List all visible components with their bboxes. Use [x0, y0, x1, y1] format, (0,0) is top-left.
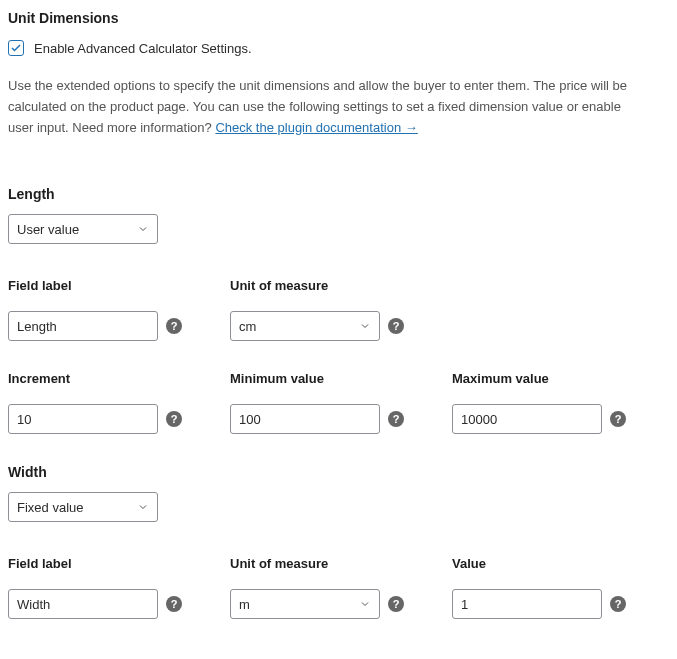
- help-icon[interactable]: ?: [610, 596, 626, 612]
- width-fieldlabel-label: Field label: [8, 556, 208, 571]
- width-unit-select[interactable]: m: [230, 589, 380, 619]
- help-icon[interactable]: ?: [166, 411, 182, 427]
- help-icon[interactable]: ?: [388, 596, 404, 612]
- section-title: Unit Dimensions: [8, 10, 669, 26]
- width-unit-value: m: [239, 597, 250, 612]
- length-max-label: Maximum value: [452, 371, 652, 386]
- width-value-input[interactable]: [452, 589, 602, 619]
- length-group: Length User value Field label ? Unit of …: [8, 186, 669, 434]
- help-icon[interactable]: ?: [388, 411, 404, 427]
- check-icon: [10, 42, 22, 54]
- width-group: Width Fixed value Field label ? Unit of …: [8, 464, 669, 619]
- chevron-down-icon: [137, 223, 149, 235]
- help-icon[interactable]: ?: [166, 596, 182, 612]
- width-title: Width: [8, 464, 669, 480]
- length-max-input[interactable]: [452, 404, 602, 434]
- doc-link[interactable]: Check the plugin documentation →: [215, 120, 417, 135]
- chevron-down-icon: [137, 501, 149, 513]
- chevron-down-icon: [359, 320, 371, 332]
- description-text: Use the extended options to specify the …: [8, 76, 648, 138]
- width-value-label: Value: [452, 556, 652, 571]
- length-type-select[interactable]: User value: [8, 214, 158, 244]
- enable-advanced-label: Enable Advanced Calculator Settings.: [34, 41, 252, 56]
- length-unit-value: cm: [239, 319, 256, 334]
- length-min-label: Minimum value: [230, 371, 430, 386]
- help-icon[interactable]: ?: [166, 318, 182, 334]
- enable-advanced-checkbox[interactable]: [8, 40, 24, 56]
- width-unit-label: Unit of measure: [230, 556, 430, 571]
- length-unit-label: Unit of measure: [230, 278, 430, 293]
- length-fieldlabel-label: Field label: [8, 278, 208, 293]
- chevron-down-icon: [359, 598, 371, 610]
- length-title: Length: [8, 186, 669, 202]
- help-icon[interactable]: ?: [610, 411, 626, 427]
- length-type-value: User value: [17, 222, 79, 237]
- length-increment-label: Increment: [8, 371, 208, 386]
- length-min-input[interactable]: [230, 404, 380, 434]
- width-type-select[interactable]: Fixed value: [8, 492, 158, 522]
- length-fieldlabel-input[interactable]: [8, 311, 158, 341]
- length-unit-select[interactable]: cm: [230, 311, 380, 341]
- width-type-value: Fixed value: [17, 500, 83, 515]
- width-fieldlabel-input[interactable]: [8, 589, 158, 619]
- length-increment-input[interactable]: [8, 404, 158, 434]
- help-icon[interactable]: ?: [388, 318, 404, 334]
